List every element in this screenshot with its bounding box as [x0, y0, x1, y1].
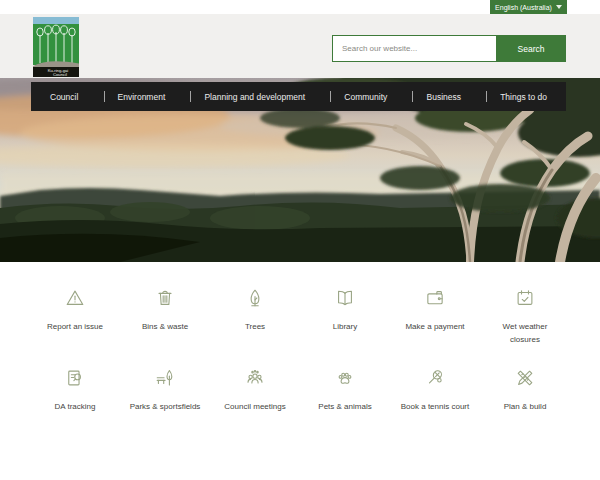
quicklink-trees[interactable]: Trees — [210, 278, 300, 358]
quicklink-label: Wet weather closures — [489, 320, 561, 346]
quicklink-report-an-issue[interactable]: Report an issue — [30, 278, 120, 358]
quick-links-grid: Report an issue Bins & waste Trees Libra… — [30, 278, 570, 438]
council-logo[interactable]: Ku-ring-gai Council — [33, 17, 79, 77]
nav-label: Things to do — [487, 92, 560, 102]
wallet-icon — [424, 287, 446, 309]
search-button[interactable]: Search — [496, 35, 566, 62]
nav-item-community[interactable]: Community — [330, 91, 400, 102]
main-navigation: Council Environment Planning and develop… — [31, 82, 566, 111]
quicklink-label: Report an issue — [47, 320, 103, 333]
page: English (Australia) Ku-ring- — [0, 0, 600, 480]
nav-label: Environment — [105, 92, 179, 102]
search-input[interactable] — [332, 35, 496, 62]
site-search: Search — [332, 35, 566, 62]
council-logo-image: Ku-ring-gai Council — [33, 17, 79, 77]
quicklink-library[interactable]: Library — [300, 278, 390, 358]
pencil-ruler-icon — [514, 367, 536, 389]
top-bar: English (Australia) — [0, 0, 600, 14]
quicklink-parks-and-sportsfields[interactable]: Parks & sportsfields — [120, 358, 210, 438]
quicklink-label: Bins & waste — [142, 320, 188, 333]
trash-icon — [154, 287, 176, 309]
language-label: English (Australia) — [495, 4, 552, 11]
open-book-icon — [334, 287, 356, 309]
nav-item-planning-and-development[interactable]: Planning and development — [190, 91, 318, 102]
quicklink-label: Make a payment — [405, 320, 464, 333]
quicklink-council-meetings[interactable]: Council meetings — [210, 358, 300, 438]
quicklink-label: Pets & animals — [318, 400, 371, 413]
quicklink-label: DA tracking — [55, 400, 96, 413]
nav-item-business[interactable]: Business — [412, 91, 474, 102]
quicklink-label: Parks & sportsfields — [130, 400, 201, 413]
nav-label: Community — [331, 92, 400, 102]
tree-icon — [244, 287, 266, 309]
nav-label: Business — [413, 92, 474, 102]
nav-item-environment[interactable]: Environment — [104, 91, 179, 102]
quicklink-label: Book a tennis court — [401, 400, 469, 413]
quicklink-wet-weather-closures[interactable]: Wet weather closures — [480, 278, 570, 358]
paw-icon — [334, 367, 356, 389]
nav-label: Council — [37, 92, 91, 102]
quicklink-label: Plan & build — [504, 400, 547, 413]
language-selector[interactable]: English (Australia) — [490, 0, 567, 14]
calendar-check-icon — [514, 287, 536, 309]
chevron-down-icon — [556, 5, 562, 9]
quicklink-book-a-tennis-court[interactable]: Book a tennis court — [390, 358, 480, 438]
warning-triangle-icon — [64, 287, 86, 309]
nav-item-things-to-do[interactable]: Things to do — [486, 91, 560, 102]
quicklink-label: Council meetings — [224, 400, 285, 413]
logo-text-line2: Council — [53, 72, 67, 77]
quicklink-da-tracking[interactable]: DA tracking — [30, 358, 120, 438]
quicklink-make-a-payment[interactable]: Make a payment — [390, 278, 480, 358]
quicklink-bins-and-waste[interactable]: Bins & waste — [120, 278, 210, 358]
quicklink-pets-and-animals[interactable]: Pets & animals — [300, 358, 390, 438]
quicklink-label: Trees — [245, 320, 265, 333]
nav-item-council[interactable]: Council — [37, 92, 91, 102]
bench-tree-icon — [154, 367, 176, 389]
nav-label: Planning and development — [191, 92, 318, 102]
quicklink-plan-and-build[interactable]: Plan & build — [480, 358, 570, 438]
people-group-icon — [244, 367, 266, 389]
tennis-racket-icon — [424, 367, 446, 389]
document-search-icon — [64, 367, 86, 389]
quicklink-label: Library — [333, 320, 357, 333]
